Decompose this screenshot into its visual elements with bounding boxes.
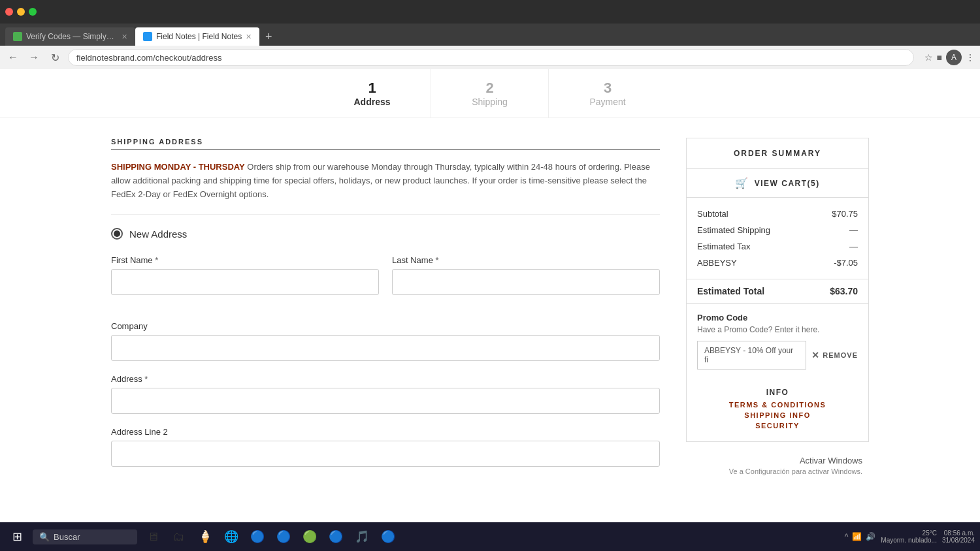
shipping-info-link[interactable]: SHIPPING INFO: [697, 411, 858, 419]
address-line2-input[interactable]: [111, 441, 660, 467]
step-address[interactable]: 1 Address: [314, 69, 431, 118]
new-tab-button[interactable]: +: [259, 27, 278, 46]
last-name-group: Last Name *: [392, 255, 660, 295]
tab-1[interactable]: Verify Codes — SimplyCodes ✕: [5, 27, 135, 46]
promo-code-value: ABBEYSY - 10% Off your fi: [704, 346, 793, 364]
win-activate-subtitle: Ve a Configuración para activar Windows.: [686, 467, 862, 477]
cart-icon: 🛒: [735, 177, 749, 189]
last-name-label: Last Name *: [392, 255, 660, 265]
total-value: $63.70: [830, 286, 858, 296]
footer-links: INFO TERMS & CONDITIONS SHIPPING INFO SE…: [687, 379, 868, 441]
promo-input-row: ABBEYSY - 10% Off your fi ✕ REMOVE: [697, 341, 858, 370]
step-payment[interactable]: 3 Payment: [549, 69, 666, 118]
tab-1-favicon: [13, 32, 22, 41]
step-1-number: 1: [314, 80, 431, 97]
shipping-label: Estimated Shipping: [697, 225, 770, 235]
address-input[interactable]: [111, 388, 660, 414]
total-label: Estimated Total: [697, 286, 764, 296]
step-2-label: Shipping: [431, 97, 548, 107]
new-address-label: New Address: [129, 228, 187, 240]
address-required: *: [144, 374, 148, 384]
url-text: fieldnotesbrand.com/checkout/address: [76, 53, 222, 63]
address-group: Address *: [111, 374, 660, 414]
first-name-required: *: [155, 255, 158, 265]
new-address-option[interactable]: New Address: [111, 228, 660, 240]
tab-2-label: Field Notes | Field Notes: [156, 32, 242, 41]
name-row: First Name * Last Name *: [111, 255, 660, 308]
refresh-button[interactable]: ↻: [47, 50, 63, 65]
step-2-number: 2: [431, 80, 548, 97]
order-total-line: Estimated Total $63.70: [687, 279, 868, 304]
tab-2-favicon: [143, 32, 152, 41]
promo-line: ABBEYSY -$7.05: [697, 255, 858, 271]
address-line2-group: Address Line 2: [111, 427, 660, 467]
shipping-line: Estimated Shipping —: [697, 222, 858, 238]
terms-link[interactable]: TERMS & CONDITIONS: [697, 401, 858, 409]
order-summary-box: ORDER SUMMARY 🛒 VIEW CART(5) Subtotal $7…: [686, 138, 869, 442]
subtotal-value: $70.75: [832, 209, 858, 219]
promo-code-input[interactable]: ABBEYSY - 10% Off your fi: [697, 341, 806, 370]
address-label: Address *: [111, 374, 660, 384]
subtotal-line: Subtotal $70.75: [697, 206, 858, 222]
step-1-label: Address: [314, 97, 431, 107]
remove-x-icon: ✕: [811, 350, 820, 360]
win-activate-title: Activar Windows: [686, 455, 862, 467]
extensions-icon[interactable]: ■: [937, 52, 942, 63]
last-name-input[interactable]: [392, 269, 660, 295]
new-address-radio[interactable]: [111, 228, 123, 240]
tab-1-close[interactable]: ✕: [122, 33, 127, 41]
company-label: Company: [111, 321, 660, 331]
tax-label: Estimated Tax: [697, 242, 750, 251]
radio-inner: [114, 230, 120, 237]
security-link[interactable]: SECURITY: [697, 422, 858, 430]
subtotal-label: Subtotal: [697, 209, 728, 219]
shipping-value: —: [849, 225, 858, 235]
win-activate-notice: Activar Windows Ve a Configuración para …: [686, 455, 869, 477]
order-summary-title: ORDER SUMMARY: [687, 138, 868, 169]
view-cart-label: VIEW CART(5): [755, 179, 820, 188]
tab-2-close[interactable]: ✕: [246, 33, 252, 41]
tax-value: —: [849, 242, 858, 251]
promo-remove-button[interactable]: ✕ REMOVE: [811, 350, 858, 360]
first-name-group: First Name *: [111, 255, 379, 295]
first-name-label: First Name *: [111, 255, 379, 265]
section-title: SHIPPING ADDRESS: [111, 138, 660, 150]
company-input[interactable]: [111, 335, 660, 361]
footer-links-title: INFO: [697, 388, 858, 397]
menu-icon[interactable]: ⋮: [966, 52, 975, 63]
view-cart-button[interactable]: 🛒 VIEW CART(5): [687, 169, 868, 198]
forward-button[interactable]: →: [26, 50, 42, 65]
notice-highlight: SHIPPING MONDAY - THURSDAY: [111, 162, 245, 172]
company-group: Company: [111, 321, 660, 361]
tab-1-label: Verify Codes — SimplyCodes: [26, 32, 118, 41]
promo-code-line-value: -$7.05: [834, 258, 858, 268]
shipping-notice: SHIPPING MONDAY - THURSDAY Orders ship f…: [111, 161, 660, 215]
promo-title: Promo Code: [697, 313, 858, 323]
tab-2[interactable]: Field Notes | Field Notes ✕: [135, 27, 259, 46]
account-icon[interactable]: A: [946, 50, 962, 65]
step-3-label: Payment: [549, 97, 666, 107]
address-line2-label: Address Line 2: [111, 427, 660, 437]
promo-code-line-label: ABBEYSY: [697, 258, 737, 268]
shipping-form-section: SHIPPING ADDRESS SHIPPING MONDAY - THURS…: [111, 138, 660, 480]
order-summary: ORDER SUMMARY 🛒 VIEW CART(5) Subtotal $7…: [686, 138, 869, 480]
step-3-number: 3: [549, 80, 666, 97]
back-button[interactable]: ←: [5, 50, 21, 65]
promo-subtitle: Have a Promo Code? Enter it here.: [697, 325, 858, 334]
bookmark-icon[interactable]: ☆: [924, 52, 933, 63]
first-name-input[interactable]: [111, 269, 379, 295]
checkout-steps: 1 Address 2 Shipping 3 Payment: [0, 69, 980, 118]
order-lines: Subtotal $70.75 Estimated Shipping — Est…: [687, 198, 868, 279]
remove-label: REMOVE: [823, 351, 858, 359]
last-name-required: *: [436, 255, 439, 265]
step-shipping[interactable]: 2 Shipping: [431, 69, 549, 118]
tax-line: Estimated Tax —: [697, 238, 858, 255]
url-bar[interactable]: fieldnotesbrand.com/checkout/address: [68, 49, 914, 66]
promo-section: Promo Code Have a Promo Code? Enter it h…: [687, 304, 868, 379]
